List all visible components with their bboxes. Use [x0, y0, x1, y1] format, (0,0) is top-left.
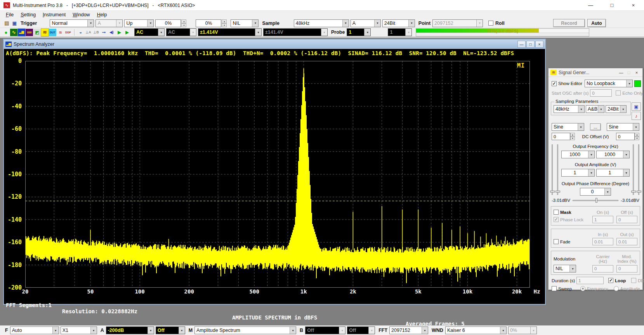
loop-checkbox[interactable]: ✓ — [608, 278, 613, 283]
maximize-button[interactable]: □ — [526, 41, 535, 48]
maximize-button[interactable]: □ — [601, 0, 623, 10]
device-test-plan-icon[interactable]: DUT — [49, 29, 56, 36]
sweep-checkbox[interactable] — [552, 286, 557, 291]
frequency-a-select[interactable]: 1000▼ — [561, 151, 595, 158]
phase-difference-select[interactable]: 0▼ — [580, 188, 611, 196]
bit-depth-select[interactable]: 24Bit▼ — [382, 19, 415, 27]
waveform-a-select[interactable]: Sine▼ — [552, 123, 584, 131]
dc-offset-b-input[interactable]: 0 — [616, 133, 635, 140]
menu-help[interactable]: Help — [94, 11, 111, 18]
master-level-slider[interactable] — [572, 198, 619, 203]
save-waveform-button[interactable]: ▣ — [632, 102, 641, 111]
sampling-rate-select[interactable]: 48kHz▼ — [294, 19, 349, 27]
frequency-axis-select[interactable]: Auto▼ — [10, 326, 59, 334]
probe-calibration-icon[interactable]: ⊸ — [100, 29, 108, 36]
frequency-b-select[interactable]: 1000▼ — [596, 151, 630, 158]
trigger-level-spinner[interactable]: 0%▲▼ — [155, 19, 186, 27]
trigger-delay-spinner[interactable]: 0%▲▼ — [196, 19, 227, 27]
trigger-source-select[interactable]: A▼ — [95, 19, 123, 27]
close-button[interactable]: × — [535, 41, 543, 48]
range-b-display-select[interactable]: Off▼ — [305, 326, 345, 334]
signal-generator-icon[interactable]: ≋ — [41, 29, 49, 36]
minimize-button[interactable]: — — [517, 41, 526, 48]
close-button[interactable]: × — [633, 70, 641, 75]
minimize-button[interactable]: — — [580, 0, 601, 10]
mask-on-input[interactable]: 1 — [592, 216, 613, 223]
record-length-select[interactable]: 2097152▼ — [432, 19, 483, 27]
spin-up-icon[interactable]: ▲ — [570, 133, 575, 137]
gain-b-select[interactable]: Off▼ — [347, 326, 375, 334]
amplitude-a-select[interactable]: 1▼ — [561, 169, 595, 177]
derived-data-point-icon[interactable]: ≈ — [57, 29, 64, 36]
zero-calibration-b-icon[interactable]: ⊥B — [92, 29, 100, 36]
ddp-viewer-icon[interactable]: DDP — [64, 29, 72, 36]
waveform-library-button[interactable]: ♪ — [632, 112, 641, 120]
menu-setting[interactable]: Setting — [17, 11, 39, 18]
duration-input[interactable]: 1 — [576, 277, 604, 284]
roll-checkbox[interactable] — [488, 21, 493, 26]
range-b-select[interactable]: ±141.4V▼ — [263, 28, 328, 36]
fade-out-input[interactable]: 0.01 — [616, 238, 637, 245]
open-file-icon[interactable]: ▤ — [3, 19, 10, 27]
auto-button[interactable]: Auto — [587, 19, 606, 27]
speaker-icon[interactable]: ◀) — [108, 29, 115, 36]
close-button[interactable]: × — [623, 0, 644, 10]
multimeter-icon[interactable]: 888 — [26, 29, 33, 36]
amplitude-b-select[interactable]: 1▼ — [596, 169, 630, 177]
generator-run-button[interactable] — [634, 80, 641, 87]
oscilloscope-icon[interactable]: ∿ — [10, 29, 17, 36]
coupling-b-select[interactable]: AC▼ — [166, 28, 196, 36]
trigger-edge-select[interactable]: Up▼ — [124, 19, 154, 27]
sampling-channel-select[interactable]: A▼ — [351, 19, 381, 27]
generator-rate-select[interactable]: 48kHz▼ — [554, 105, 585, 113]
fade-in-input[interactable]: 0.01 — [592, 238, 613, 245]
run-icon[interactable]: ● — [2, 29, 10, 36]
signal-generator-titlebar[interactable]: ≋ Signal Gener... — □ × — [549, 68, 642, 77]
modulation-type-select[interactable]: NIL▼ — [554, 265, 576, 273]
show-editor-checkbox[interactable]: ✓ — [552, 81, 557, 86]
record-button[interactable]: Record — [553, 19, 585, 27]
gain-a-select[interactable]: Off▼ — [156, 326, 185, 334]
range-a-select[interactable]: ±1.414V▼ — [198, 28, 262, 36]
spectrum-analyzer-titlebar[interactable]: ▂▆ Spectrum Analyzer — □ × — [4, 40, 545, 49]
play-icon[interactable]: ▶ — [116, 29, 123, 36]
menu-file[interactable]: File — [2, 11, 17, 18]
spin-down-icon[interactable]: ▼ — [635, 137, 639, 141]
menu-instrument[interactable]: Instrument — [39, 11, 69, 18]
spin-up-icon[interactable]: ▲ — [181, 19, 186, 23]
spin-down-icon[interactable]: ▼ — [222, 23, 227, 27]
menu-window[interactable]: Window — [69, 11, 93, 18]
sound-calibrator-icon[interactable]: ◒ — [77, 29, 84, 36]
zero-calibration-a-icon[interactable]: ⊥A — [85, 29, 92, 36]
zoom-select[interactable]: X1▼ — [61, 326, 97, 334]
loopback-select[interactable]: No Loopback▼ — [585, 80, 633, 87]
slider-handle[interactable] — [595, 198, 597, 203]
mod-index-input[interactable]: 0 — [616, 265, 637, 273]
trigger-mode-select[interactable]: Normal▼ — [50, 19, 94, 27]
spectrum-analyzer-icon[interactable]: ▂▆ — [18, 29, 25, 36]
range-a-display-select[interactable]: -200dB▼ — [106, 326, 154, 334]
generator-bits-select[interactable]: 24Bit▼ — [606, 105, 627, 113]
spectrum-3d-plot-icon[interactable]: ◩ — [33, 29, 41, 36]
probe-b-select[interactable]: 1▼ — [388, 28, 412, 36]
carrier-input[interactable]: 0 — [592, 265, 613, 273]
trigger-coupling-select[interactable]: NIL▼ — [231, 19, 259, 27]
spin-up-icon[interactable]: ▲ — [635, 133, 639, 137]
save-file-icon[interactable]: ▣ — [11, 19, 18, 27]
overlap-select[interactable]: 0%▼ — [508, 326, 537, 334]
probe-a-select[interactable]: 1▼ — [347, 28, 371, 36]
start-osc-input[interactable]: 0 — [590, 89, 612, 97]
spin-down-icon[interactable]: ▼ — [570, 137, 575, 141]
window-function-select[interactable]: Kaiser 6▼ — [445, 326, 507, 334]
generator-channel-select[interactable]: A&B▼ — [586, 105, 604, 113]
dc-offset-a-input[interactable]: 0 — [552, 133, 570, 140]
coupling-a-select[interactable]: AC▼ — [134, 28, 165, 36]
mask-off-input[interactable]: 0 — [616, 216, 637, 223]
spin-down-icon[interactable]: ▼ — [181, 23, 186, 27]
spin-up-icon[interactable]: ▲ — [222, 19, 227, 23]
play-loop-icon[interactable]: ▶ — [123, 29, 131, 36]
mask-checkbox[interactable] — [554, 210, 559, 215]
waveform-b-select[interactable]: Sine▼ — [607, 123, 639, 131]
minimize-button[interactable]: — — [617, 70, 625, 75]
spectrum-mode-select[interactable]: Amplitude Spectrum▼ — [194, 326, 296, 334]
